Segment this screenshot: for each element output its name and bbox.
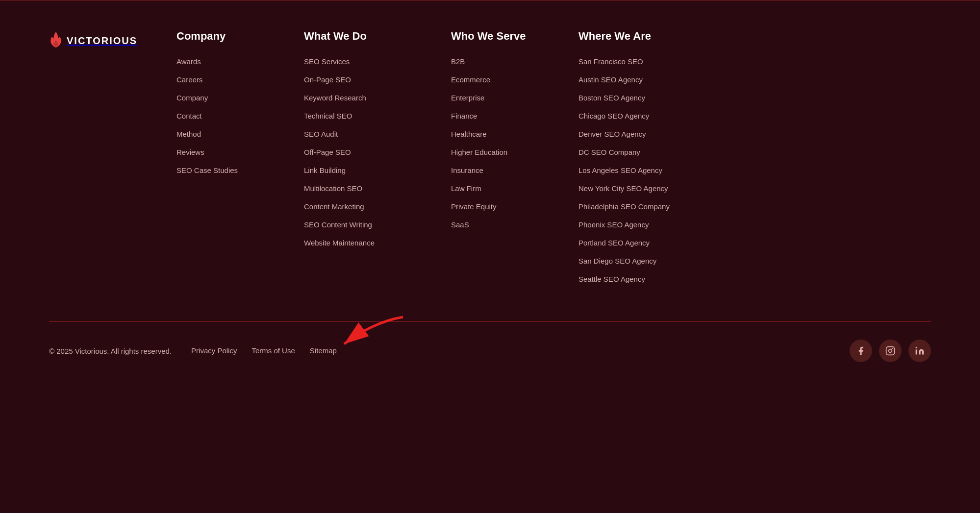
- logo-column: VICTORIOUS: [49, 30, 157, 50]
- multilocation-seo-link[interactable]: Multilocation SEO: [304, 184, 362, 193]
- list-item: Ecommerce: [451, 74, 559, 85]
- svg-rect-3: [916, 350, 917, 355]
- company-link-contact[interactable]: Contact: [176, 112, 202, 120]
- list-item: On-Page SEO: [304, 74, 431, 85]
- seattle-seo-link[interactable]: Seattle SEO Agency: [578, 275, 645, 283]
- instagram-social-link[interactable]: [879, 340, 902, 362]
- san-francisco-seo-link[interactable]: San Francisco SEO: [578, 57, 643, 66]
- keyword-research-link[interactable]: Keyword Research: [304, 94, 366, 102]
- denver-seo-link[interactable]: Denver SEO Agency: [578, 130, 646, 138]
- list-item: Philadelphia SEO Company: [578, 201, 716, 212]
- where-we-are-column: Where We Are San Francisco SEO Austin SE…: [578, 30, 716, 292]
- facebook-social-link[interactable]: [850, 340, 872, 362]
- on-page-seo-link[interactable]: On-Page SEO: [304, 75, 351, 84]
- company-link-company[interactable]: Company: [176, 94, 208, 102]
- list-item: Content Marketing: [304, 201, 431, 212]
- sitemap-link[interactable]: Sitemap: [310, 346, 337, 355]
- ecommerce-link[interactable]: Ecommerce: [451, 75, 490, 84]
- list-item: Website Maintenance: [304, 238, 431, 248]
- list-item: SEO Content Writing: [304, 220, 431, 230]
- seo-services-link[interactable]: SEO Services: [304, 57, 350, 66]
- company-link-reviews[interactable]: Reviews: [176, 148, 204, 156]
- boston-seo-link[interactable]: Boston SEO Agency: [578, 94, 645, 102]
- copyright-text: © 2025 Victorious. All rights reserved.: [49, 347, 172, 355]
- list-item: Finance: [451, 111, 559, 121]
- instagram-icon: [885, 346, 895, 356]
- list-item: Austin SEO Agency: [578, 74, 716, 85]
- footer-legal-links: Privacy Policy Terms of Use Sitemap: [191, 346, 337, 355]
- list-item: San Diego SEO Agency: [578, 256, 716, 266]
- philadelphia-seo-link[interactable]: Philadelphia SEO Company: [578, 202, 670, 211]
- finance-link[interactable]: Finance: [451, 112, 477, 120]
- higher-education-link[interactable]: Higher Education: [451, 148, 507, 156]
- list-item: Law Firm: [451, 183, 559, 194]
- who-we-serve-heading: Who We Serve: [451, 30, 559, 43]
- list-item: SaaS: [451, 220, 559, 230]
- facebook-icon: [856, 346, 866, 356]
- seo-content-writing-link[interactable]: SEO Content Writing: [304, 220, 372, 229]
- saas-link[interactable]: SaaS: [451, 220, 469, 229]
- what-we-do-column: What We Do SEO Services On-Page SEO Keyw…: [304, 30, 431, 256]
- list-item: Company: [176, 93, 284, 103]
- list-item: Careers: [176, 74, 284, 85]
- list-item: Insurance: [451, 165, 559, 175]
- private-equity-link[interactable]: Private Equity: [451, 202, 497, 211]
- seo-audit-link[interactable]: SEO Audit: [304, 130, 338, 138]
- list-item: Link Building: [304, 165, 431, 175]
- who-we-serve-links-list: B2B Ecommerce Enterprise Finance Healthc…: [451, 56, 559, 230]
- list-item: Reviews: [176, 147, 284, 157]
- b2b-link[interactable]: B2B: [451, 57, 465, 66]
- svg-point-4: [916, 347, 917, 348]
- company-links-list: Awards Careers Company Contact Method Re…: [176, 56, 284, 175]
- technical-seo-link[interactable]: Technical SEO: [304, 112, 352, 120]
- terms-of-use-link[interactable]: Terms of Use: [251, 346, 295, 355]
- privacy-policy-link[interactable]: Privacy Policy: [191, 346, 237, 355]
- list-item: Los Angeles SEO Agency: [578, 165, 716, 175]
- off-page-seo-link[interactable]: Off-Page SEO: [304, 148, 351, 156]
- list-item: Chicago SEO Agency: [578, 111, 716, 121]
- content-marketing-link[interactable]: Content Marketing: [304, 202, 364, 211]
- list-item: Higher Education: [451, 147, 559, 157]
- company-heading: Company: [176, 30, 284, 43]
- logo-link[interactable]: VICTORIOUS: [49, 32, 157, 50]
- los-angeles-seo-link[interactable]: Los Angeles SEO Agency: [578, 166, 662, 174]
- list-item: SEO Services: [304, 56, 431, 67]
- logo-text: VICTORIOUS: [67, 35, 137, 47]
- sitemap-arrow-container: Sitemap: [310, 346, 337, 355]
- company-link-careers[interactable]: Careers: [176, 75, 202, 84]
- footer: VICTORIOUS Company Awards Careers Compan…: [0, 0, 980, 380]
- what-we-do-heading: What We Do: [304, 30, 431, 43]
- company-link-case-studies[interactable]: SEO Case Studies: [176, 166, 238, 174]
- phoenix-seo-link[interactable]: Phoenix SEO Agency: [578, 220, 649, 229]
- chicago-seo-link[interactable]: Chicago SEO Agency: [578, 112, 649, 120]
- list-item: Off-Page SEO: [304, 147, 431, 157]
- list-item: Phoenix SEO Agency: [578, 220, 716, 230]
- list-item: Keyword Research: [304, 93, 431, 103]
- list-item: Portland SEO Agency: [578, 238, 716, 248]
- social-icons-group: [850, 340, 931, 362]
- footer-bottom: © 2025 Victorious. All rights reserved. …: [0, 322, 980, 380]
- new-york-seo-link[interactable]: New York City SEO Agency: [578, 184, 668, 193]
- website-maintenance-link[interactable]: Website Maintenance: [304, 239, 375, 247]
- list-item: DC SEO Company: [578, 147, 716, 157]
- list-item: Awards: [176, 56, 284, 67]
- company-link-awards[interactable]: Awards: [176, 57, 201, 66]
- list-item: B2B: [451, 56, 559, 67]
- san-diego-seo-link[interactable]: San Diego SEO Agency: [578, 257, 656, 265]
- healthcare-link[interactable]: Healthcare: [451, 130, 487, 138]
- footer-top: VICTORIOUS Company Awards Careers Compan…: [0, 0, 980, 321]
- company-column: Company Awards Careers Company Contact M…: [176, 30, 284, 183]
- linkedin-social-link[interactable]: [908, 340, 931, 362]
- insurance-link[interactable]: Insurance: [451, 166, 483, 174]
- company-link-method[interactable]: Method: [176, 130, 201, 138]
- where-we-are-heading: Where We Are: [578, 30, 716, 43]
- list-item: Contact: [176, 111, 284, 121]
- enterprise-link[interactable]: Enterprise: [451, 94, 484, 102]
- law-firm-link[interactable]: Law Firm: [451, 184, 481, 193]
- austin-seo-link[interactable]: Austin SEO Agency: [578, 75, 643, 84]
- list-item: New York City SEO Agency: [578, 183, 716, 194]
- list-item: Multilocation SEO: [304, 183, 431, 194]
- link-building-link[interactable]: Link Building: [304, 166, 346, 174]
- portland-seo-link[interactable]: Portland SEO Agency: [578, 239, 650, 247]
- dc-seo-link[interactable]: DC SEO Company: [578, 148, 640, 156]
